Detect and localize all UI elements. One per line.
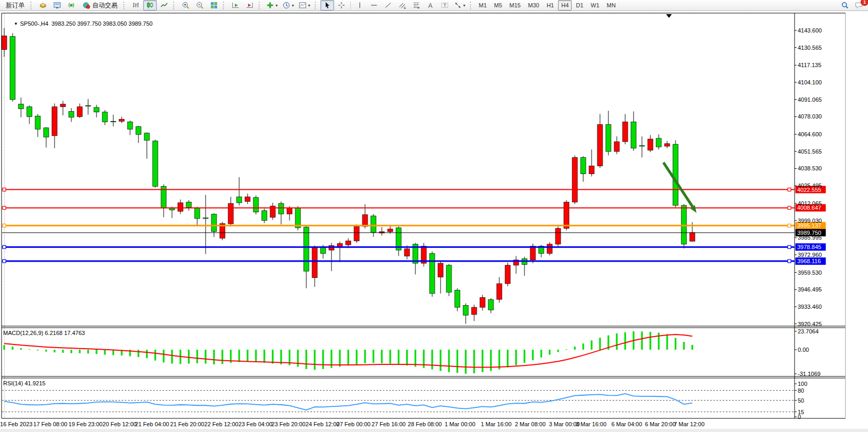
- chart-shift-icon[interactable]: [243, 0, 256, 10]
- macd-histogram-bar: [255, 350, 256, 362]
- line-chart-icon[interactable]: [157, 0, 171, 10]
- svg-text:T: T: [443, 3, 446, 8]
- signals-icon[interactable]: [65, 0, 78, 10]
- macd-histogram-bar: [599, 338, 601, 350]
- arrows-shapes-icon[interactable]: ▼: [452, 0, 468, 10]
- chat-icon[interactable]: 1: [852, 0, 866, 10]
- time-axis-label: 17 Feb 08:00: [34, 421, 68, 427]
- timeframe-D1[interactable]: D1: [573, 0, 586, 10]
- macd-histogram-bar: [591, 340, 592, 350]
- candle-body: [27, 107, 32, 117]
- horizontal-line-icon[interactable]: [367, 0, 381, 10]
- candle-body: [304, 227, 309, 271]
- auto-trading-button[interactable]: 自动交易: [79, 1, 121, 10]
- macd-histogram-bar: [448, 350, 449, 372]
- price-axis-label: 4143.600: [798, 27, 822, 34]
- macd-histogram-bar: [87, 350, 89, 353]
- price-axis-label: 4064.600: [798, 131, 822, 137]
- macd-histogram-bar: [137, 350, 139, 357]
- macd-histogram-bar: [95, 350, 97, 354]
- time-axis-label: 27 Feb 00:00: [337, 421, 371, 427]
- macd-histogram-bar: [45, 350, 47, 352]
- macd-histogram-bar: [272, 350, 273, 364]
- timeframe-H1[interactable]: H1: [543, 0, 557, 10]
- timeframe-W1[interactable]: W1: [587, 0, 603, 10]
- equidistant-channel-icon[interactable]: E: [395, 0, 409, 10]
- chart-canvas[interactable]: 4022.5554008.6473995.1373989.7503978.845…: [0, 12, 868, 432]
- candle-body: [119, 120, 124, 122]
- candle-body: [480, 297, 485, 307]
- toolbar-grip: [259, 2, 262, 9]
- auto-scroll-icon[interactable]: [229, 0, 242, 10]
- candle-body: [463, 305, 468, 315]
- candle-body: [85, 105, 91, 106]
- time-axis-label: 21 Feb 04:00: [135, 421, 169, 427]
- line-handle: [3, 224, 6, 227]
- macd-histogram-bar: [456, 350, 458, 373]
- search-icon[interactable]: [838, 0, 852, 10]
- macd-histogram-bar: [381, 350, 382, 363]
- macd-histogram-bar: [305, 350, 307, 369]
- timeframe-H4[interactable]: H4: [558, 0, 572, 10]
- crosshair-icon[interactable]: [335, 0, 348, 10]
- template-icon[interactable]: ▼: [297, 0, 313, 10]
- macd-histogram-bar: [79, 350, 80, 353]
- macd-histogram-bar: [490, 350, 491, 371]
- candle-body: [530, 246, 535, 260]
- time-axis-label: 7 Mar 12:00: [674, 421, 705, 427]
- time-axis-label: 16 Feb 2023: [0, 421, 33, 427]
- candle-body: [505, 265, 510, 284]
- candle-body: [665, 144, 670, 146]
- market-watch-icon[interactable]: [36, 0, 50, 10]
- macd-histogram-bar: [389, 350, 391, 364]
- price-line-label: 3978.845: [797, 244, 821, 250]
- candle-body: [589, 166, 594, 174]
- price-line-label: 3968.116: [797, 258, 821, 264]
- text-label-icon[interactable]: T: [438, 0, 452, 10]
- auto-trading-icon: [82, 1, 91, 9]
- macd-histogram-bar: [3, 345, 5, 350]
- candle-body: [581, 157, 586, 174]
- text-icon[interactable]: A: [424, 0, 437, 10]
- bar-chart-icon[interactable]: [129, 0, 143, 10]
- macd-histogram-bar: [515, 350, 517, 365]
- line-handle: [788, 206, 791, 209]
- trendline-icon[interactable]: [381, 0, 395, 10]
- candle-body: [362, 214, 368, 226]
- candle-body: [60, 104, 66, 107]
- tile-windows-icon[interactable]: [207, 0, 221, 10]
- macd-histogram-bar: [171, 350, 173, 364]
- periods-clock-icon[interactable]: ▼: [281, 0, 296, 10]
- data-window-icon[interactable]: [50, 0, 64, 10]
- candle-body: [631, 122, 636, 148]
- zoom-out-icon[interactable]: [193, 0, 207, 10]
- candle-body: [320, 247, 326, 253]
- timeframe-M5[interactable]: M5: [491, 0, 505, 10]
- candlestick-chart-icon[interactable]: [143, 0, 157, 10]
- timeframe-M1[interactable]: M1: [476, 0, 490, 10]
- new-order-button[interactable]: 新订单: [2, 1, 28, 10]
- macd-histogram-bar: [205, 350, 206, 364]
- time-axis-label: 28 Feb 08:00: [408, 421, 442, 427]
- candle-body: [606, 125, 611, 152]
- line-handle: [788, 260, 791, 263]
- timeframe-M15[interactable]: M15: [506, 0, 523, 10]
- vertical-line-icon[interactable]: [353, 0, 367, 10]
- add-indicator-icon[interactable]: ▼: [264, 0, 280, 10]
- zoom-in-icon[interactable]: [179, 0, 192, 10]
- timeframe-MN[interactable]: MN: [604, 0, 619, 10]
- cursor-icon[interactable]: [320, 0, 334, 10]
- window-bottom-strip: [0, 429, 868, 432]
- candle-body: [371, 216, 376, 232]
- collapse-triangle-icon[interactable]: ▼: [14, 21, 18, 26]
- candle-body: [287, 208, 292, 214]
- rsi-axis-label: 80: [798, 387, 804, 394]
- chart-title: ▼SP500-,H4 3983.250 3997.750 3983.050 39…: [4, 14, 153, 33]
- fibonacci-icon[interactable]: F: [410, 0, 423, 10]
- rsi-axis-label: 100: [798, 381, 807, 387]
- macd-histogram-bar: [20, 348, 22, 350]
- timeframe-M30[interactable]: M30: [525, 0, 542, 10]
- macd-histogram-bar: [62, 350, 63, 353]
- timeframe-group: M1M5M15M30H1H4D1W1MN: [476, 0, 619, 10]
- macd-histogram-bar: [649, 332, 651, 350]
